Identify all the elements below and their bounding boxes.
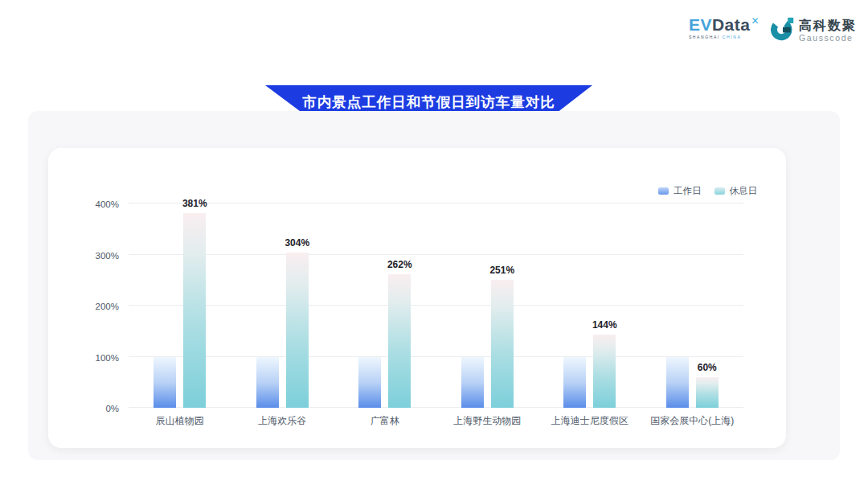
gausscode-name-en: Gausscode [799, 34, 857, 43]
legend-item-restday[interactable]: 休息日 [714, 185, 758, 197]
gausscode-name-cn: 高科数聚 [799, 19, 857, 32]
x-category-label: 广富林 [371, 414, 399, 428]
bar-restday [696, 377, 719, 408]
y-tick-label: 300% [96, 251, 119, 261]
bar-workday [461, 357, 484, 409]
bar-value-label: 144% [592, 319, 617, 331]
bar-value-label: 304% [285, 237, 309, 249]
legend-label-workday: 工作日 [674, 185, 702, 197]
bar-value-label: 262% [387, 259, 412, 270]
bar-restday [286, 253, 309, 408]
gridline [129, 407, 743, 408]
evdata-wordmark: EVData✕ [689, 16, 760, 33]
bar-value-label: 381% [182, 198, 207, 209]
dashboard-panel: 工作日 休息日 0%100%200%300%400%381%辰山植物园304%上… [28, 111, 840, 460]
evdata-subtitle-left: SHANGHAI [689, 35, 723, 39]
x-category-label: 国家会展中心(上海) [650, 414, 734, 428]
gausscode-g-icon [771, 16, 795, 45]
bar-value-label: 60% [698, 362, 717, 373]
bar-workday [358, 357, 381, 409]
legend-marker-workday-icon [658, 187, 669, 195]
gridline [129, 254, 743, 255]
evdata-x-icon: ✕ [751, 15, 760, 27]
page: EVData✕ SHANGHAI CHINA 高科数聚 Gausscode 市内… [0, 0, 868, 489]
legend-marker-restday-icon [714, 187, 725, 195]
bar-workday [563, 357, 586, 409]
plot-area: 0%100%200%300%400%381%辰山植物园304%上海欢乐谷262%… [129, 203, 743, 408]
y-tick-label: 400% [96, 199, 119, 209]
y-tick-label: 200% [96, 302, 119, 311]
bar-workday [256, 357, 279, 409]
y-tick-label: 100% [96, 353, 119, 363]
bar-restday [388, 274, 411, 408]
evdata-word-data: Data [712, 15, 751, 34]
page-title: 市内景点工作日和节假日到访车量对比 [302, 92, 555, 112]
gridline [129, 203, 743, 203]
evdata-subtitle-right: CHINA [723, 35, 742, 39]
brand-bar: EVData✕ SHANGHAI CHINA 高科数聚 Gausscode [689, 16, 857, 45]
x-category-label: 辰山植物园 [156, 414, 204, 428]
chart-legend: 工作日 休息日 [658, 185, 757, 197]
legend-label-restday: 休息日 [730, 185, 758, 197]
gridline [129, 305, 743, 306]
gridline [129, 356, 743, 357]
bar-restday [491, 280, 514, 408]
chart-card: 工作日 休息日 0%100%200%300%400%381%辰山植物园304%上… [48, 148, 786, 448]
evdata-subtitle: SHANGHAI CHINA [689, 35, 741, 39]
x-category-label: 上海迪士尼度假区 [551, 414, 628, 428]
x-category-label: 上海欢乐谷 [258, 414, 306, 428]
legend-item-workday[interactable]: 工作日 [658, 185, 702, 197]
bar-restday [593, 335, 616, 408]
evdata-logo: EVData✕ SHANGHAI CHINA [689, 16, 760, 39]
y-tick-label: 0% [105, 404, 119, 413]
x-category-label: 上海野生动物园 [453, 414, 521, 428]
bar-workday [154, 357, 176, 409]
bar-workday [666, 357, 689, 409]
bar-value-label: 251% [489, 265, 514, 276]
evdata-word-ev: EV [689, 15, 712, 34]
gausscode-logo: 高科数聚 Gausscode [771, 16, 857, 45]
bar-restday [183, 213, 206, 408]
